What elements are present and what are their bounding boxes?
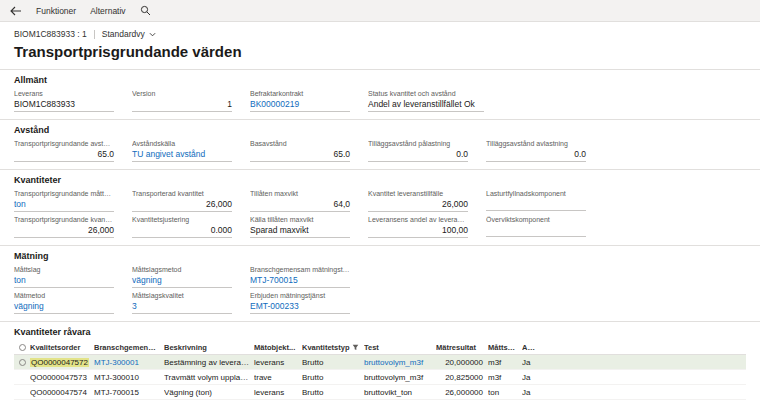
cell-kvantitetstyp[interactable]: Brutto	[302, 373, 364, 382]
cell-matresultat[interactable]: 20,825000	[436, 373, 488, 382]
kvantitet-leveranstillfalle-input[interactable]: 26,000	[368, 198, 468, 212]
breadcrumb: BIOM1C883933 : 1 Standardvy	[14, 29, 746, 39]
col-aktiv[interactable]: Aktiv	[522, 343, 544, 352]
back-arrow-icon	[10, 6, 22, 16]
cell-aktiv[interactable]: Ja	[522, 373, 544, 382]
col-branschgemensam[interactable]: Branschgemensam...	[94, 343, 164, 352]
field-label: Transportprisgrundande måttslag	[14, 189, 114, 198]
cell-kvantitetstyp[interactable]: Brutto	[302, 358, 364, 367]
search-button[interactable]	[140, 5, 151, 16]
field-label: Befraktarkontrakt	[250, 89, 350, 98]
cell-beskrivning[interactable]: Bestämning av leverans...	[164, 358, 254, 367]
version-input[interactable]: 1	[132, 98, 232, 112]
section-title-allmant[interactable]: Allmänt	[14, 75, 746, 85]
section-title-avstand[interactable]: Avstånd	[14, 125, 746, 135]
section-title-kvantiteter[interactable]: Kvantiteter	[14, 175, 746, 185]
field-label: Måttslagsmetod	[132, 265, 232, 274]
kalla-tillaten-maxvikt-input[interactable]: Sparad maxvikt	[250, 224, 350, 238]
cell-mattslag[interactable]: ton	[488, 388, 522, 397]
table-row[interactable]: QO0000047572 MTJ-300001 Bestämning av le…	[14, 355, 746, 370]
cell-mattslag[interactable]: m3f	[488, 358, 522, 367]
matmetod-input[interactable]: vägning	[14, 300, 114, 314]
row-selector[interactable]	[14, 359, 30, 366]
field-label: Överviktskomponent	[486, 215, 586, 224]
cell-matobjekt[interactable]: leverans	[254, 388, 302, 397]
cell-beskrivning[interactable]: Travmätt volym upplastad...	[164, 373, 254, 382]
field-row: Leverans BIOM1C883933 Version 1 Befrakta…	[14, 89, 746, 112]
select-all[interactable]	[14, 344, 30, 351]
tpg-avstand-input[interactable]: 65.0	[14, 148, 114, 162]
leverans-input[interactable]: BIOM1C883933	[14, 98, 114, 112]
field-label: Källa tillåten maxvikt	[250, 215, 350, 224]
cell-matresultat[interactable]: 20,000000	[436, 358, 488, 367]
cell-matobjekt[interactable]: leverans	[254, 358, 302, 367]
status-kvantitet-input[interactable]: Andel av leveranstillfället Ok	[368, 98, 484, 112]
field-tpg-mattslag: Transportprisgrundande måttslag ton	[14, 189, 132, 212]
cell-test[interactable]: bruttovikt_ton	[364, 388, 436, 397]
record-id: BIOM1C883933 : 1	[14, 29, 87, 39]
col-matobjekt[interactable]: Mätobjekt...	[254, 343, 302, 352]
chevron-down-icon	[149, 32, 156, 37]
back-button[interactable]	[10, 6, 22, 16]
lasturtfyllnadskomponent-input[interactable]	[486, 198, 586, 211]
col-matresultat[interactable]: Mätresultat	[436, 343, 488, 352]
cell-kvalitetsorder[interactable]: QO0000047573	[30, 373, 94, 382]
cell-branschgemensam[interactable]: MTJ-700015	[94, 388, 164, 397]
cell-matresultat[interactable]: 26,000000	[436, 388, 488, 397]
tpg-mattslag-input[interactable]: ton	[14, 198, 114, 212]
field-kvantitet-leveranstillfalle: Kvantitet leveranstillfälle 26,000	[368, 189, 486, 212]
cell-branschgemensam[interactable]: MTJ-300001	[94, 358, 164, 367]
menu-alternativ[interactable]: Alternativ	[90, 6, 125, 16]
col-beskrivning[interactable]: Beskrivning	[164, 343, 254, 352]
table-row[interactable]: QO0000047573 MTJ-300010 Travmätt volym u…	[14, 370, 746, 385]
cell-kvalitetsorder[interactable]: QO0000047572	[30, 358, 94, 367]
col-mattslag[interactable]: Måttslag	[488, 343, 522, 352]
tillaggsavstand-avlastning-input[interactable]: 0.0	[486, 148, 586, 162]
field-label: Transportprisgrundande avstånd	[14, 139, 114, 148]
basavstand-input[interactable]: 65.0	[250, 148, 350, 162]
filter-icon[interactable]	[352, 344, 359, 351]
col-kvantitetstyp[interactable]: Kvantitetstyp	[302, 343, 364, 352]
col-test[interactable]: Test	[364, 343, 436, 352]
field-row: Transportprisgrundande måttslag ton Tran…	[14, 189, 746, 212]
mattslag-input[interactable]: ton	[14, 274, 114, 288]
field-mattslag: Måttslag ton	[14, 265, 132, 288]
mattslagsmetod-input[interactable]: vägning	[132, 274, 232, 288]
section-title-matning[interactable]: Mätning	[14, 251, 746, 261]
cell-kvantitetstyp[interactable]: Brutto	[302, 388, 364, 397]
overviktskomponent-input[interactable]	[486, 224, 586, 237]
mattslagskvalitet-input[interactable]: 3	[132, 300, 232, 314]
erbjuden-matningstjanst-link[interactable]: EMT-000233	[250, 300, 350, 314]
branschgemensam-matningstjanst-link[interactable]: MTJ-700015	[250, 274, 350, 288]
cell-branschgemensam[interactable]: MTJ-300010	[94, 373, 164, 382]
page-header: BIOM1C883933 : 1 Standardvy Transportpri…	[0, 22, 760, 60]
menu-funktioner[interactable]: Funktioner	[36, 6, 76, 16]
cell-test[interactable]: bruttovolym_m3f	[364, 358, 436, 367]
field-label: Leveransens andel av leveranstillf...	[368, 215, 468, 224]
avstandskalla-input[interactable]: TU angivet avstånd	[132, 148, 232, 162]
field-leverans: Leverans BIOM1C883933	[14, 89, 132, 112]
col-kvalitetsorder[interactable]: Kvalitetsorder	[30, 343, 94, 352]
transporterad-kvantitet-input[interactable]: 26,000	[132, 198, 232, 212]
kvantitetsjustering-input[interactable]: 0.000	[132, 224, 232, 238]
leveransens-andel-input[interactable]: 100,00	[368, 224, 468, 238]
field-befraktarkontrakt: Befraktarkontrakt BK00000219	[250, 89, 368, 112]
table-row[interactable]: QO0000047574 MTJ-700015 Vägning (ton) le…	[14, 385, 746, 400]
cell-aktiv[interactable]: Ja	[522, 358, 544, 367]
cell-matobjekt[interactable]: trave	[254, 373, 302, 382]
cell-beskrivning[interactable]: Vägning (ton)	[164, 388, 254, 397]
field-label: Branschgemensam mätningstjänst	[250, 265, 350, 274]
cell-kvalitetsorder[interactable]: QO0000047574	[30, 388, 94, 397]
select-all-icon	[19, 344, 26, 351]
tillaten-maxvikt-input[interactable]: 64,0	[250, 198, 350, 212]
befraktarkontrakt-link[interactable]: BK00000219	[250, 98, 350, 112]
cell-mattslag[interactable]: m3f	[488, 373, 522, 382]
tpg-kvantitet-input[interactable]: 26,000	[14, 224, 114, 238]
field-row: Transportprisgrundande avstånd 65.0 Avst…	[14, 139, 746, 162]
cell-test[interactable]: bruttovolym_m3f	[364, 373, 436, 382]
view-selector[interactable]: Standardvy	[102, 29, 156, 39]
tillaggsavstand-palastning-input[interactable]: 0.0	[368, 148, 468, 162]
cell-aktiv[interactable]: Ja	[522, 388, 544, 397]
section-title-kvantiteter-ravara[interactable]: Kvantiteter råvara	[14, 327, 746, 337]
field-label: Mätmetod	[14, 291, 114, 300]
